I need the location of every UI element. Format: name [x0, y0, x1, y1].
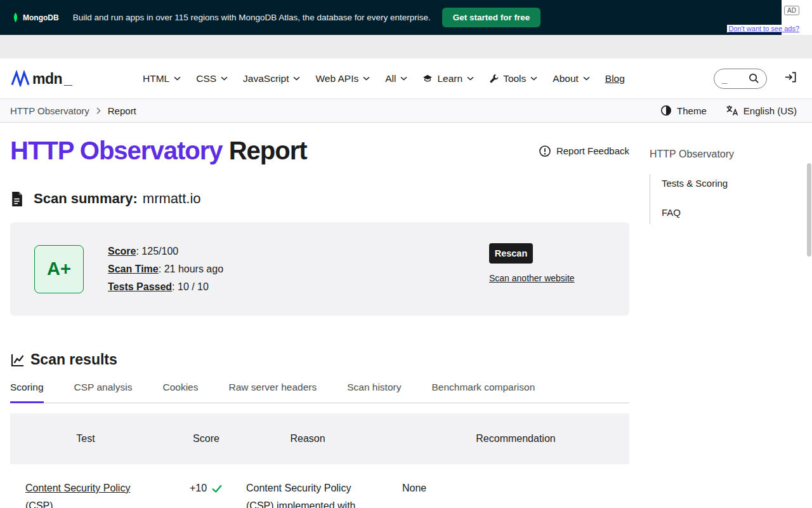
cell-recommendation: None	[387, 479, 629, 497]
page-title-accent: HTTP Observatory	[10, 137, 223, 164]
top-spacer-band	[0, 35, 812, 58]
stat-score: Score: 125/100	[108, 243, 223, 260]
main-nav: HTML CSS JavaScript Web APIs All Learn T…	[143, 73, 625, 84]
scan-actions: Rescan Scan another website	[489, 243, 575, 283]
nav-label: JavaScript	[243, 73, 289, 84]
nav-label: Tools	[503, 73, 526, 84]
toc-title: HTTP Observatory	[650, 149, 799, 160]
chevron-down-icon	[363, 76, 370, 81]
col-header-test: Test	[10, 433, 171, 444]
feedback-label: Report Feedback	[556, 145, 629, 156]
nav-label: Blog	[605, 73, 625, 84]
mdn-logo-text: mdn	[32, 70, 62, 87]
scan-results-heading: Scan results	[10, 351, 629, 368]
tab-benchmark-comparison[interactable]: Benchmark comparison	[431, 382, 535, 403]
theme-icon	[660, 105, 672, 116]
nav-item-about[interactable]: About	[553, 73, 590, 84]
tab-raw-server-headers[interactable]: Raw server headers	[228, 382, 317, 403]
stat-tests-passed-label[interactable]: Tests Passed	[108, 281, 172, 292]
ad-cta-button[interactable]: Get started for free	[442, 8, 541, 27]
nav-label: About	[553, 73, 579, 84]
stat-scan-time-value: 21 hours ago	[164, 264, 223, 274]
scan-host: mrmatt.io	[143, 190, 201, 207]
nav-item-learn[interactable]: Learn	[422, 73, 474, 84]
nav-item-all[interactable]: All	[385, 73, 407, 84]
chevron-down-icon	[174, 76, 181, 81]
cell-score: +10	[171, 479, 241, 497]
stat-tests-passed-value: 10 / 10	[178, 281, 209, 292]
stat-scan-time-label[interactable]: Scan Time	[108, 264, 159, 274]
scan-results-label: Scan results	[30, 351, 117, 368]
chart-icon	[10, 352, 25, 368]
search-icon[interactable]	[748, 72, 760, 84]
nav-item-blog[interactable]: Blog	[605, 73, 625, 84]
scan-another-link[interactable]: Scan another website	[489, 273, 575, 283]
theme-label: Theme	[677, 105, 707, 116]
chevron-down-icon	[221, 76, 228, 81]
breadcrumb-parent-link[interactable]: HTTP Observatory	[10, 105, 89, 116]
theme-button[interactable]: Theme	[660, 105, 707, 116]
page-toolbar: Theme English (US)	[660, 104, 797, 117]
nav-item-tools[interactable]: Tools	[489, 73, 537, 84]
language-icon	[726, 104, 738, 117]
chevron-down-icon	[583, 76, 590, 81]
rescan-button[interactable]: Rescan	[489, 243, 533, 264]
chevron-down-icon	[400, 76, 407, 81]
nav-label: CSS	[196, 73, 216, 84]
language-label: English (US)	[743, 105, 797, 116]
scan-stats: Score: 125/100 Scan Time: 21 hours ago T…	[108, 243, 223, 296]
page-title-rest: Report	[229, 137, 307, 164]
grade-badge: A+	[34, 245, 84, 293]
cell-reason: Content Security Policy (CSP) implemente…	[241, 479, 387, 508]
nav-label: Learn	[437, 73, 462, 84]
results-tabs: Scoring CSP analysis Cookies Raw server …	[10, 382, 629, 403]
stat-score-label[interactable]: Score	[108, 246, 136, 257]
header-right	[714, 69, 798, 89]
tab-csp-analysis[interactable]: CSP analysis	[74, 382, 133, 403]
breadcrumb-bar: HTTP Observatory Report Theme English (U…	[0, 98, 812, 123]
tab-scan-history[interactable]: Scan history	[347, 382, 401, 403]
login-icon	[783, 70, 798, 84]
mongodb-ad-banner[interactable]: MongoDB Build and run apps in over 115 r…	[0, 0, 782, 35]
chevron-right-icon	[96, 107, 101, 114]
document-icon	[10, 191, 23, 207]
breadcrumb-current: Report	[108, 105, 136, 116]
language-button[interactable]: English (US)	[726, 104, 797, 117]
nav-label: HTML	[143, 73, 169, 84]
mongodb-leaf-icon	[11, 12, 20, 23]
main-content: HTTP Observatory Report Report Feedback …	[10, 123, 629, 508]
tab-scoring[interactable]: Scoring	[10, 382, 44, 403]
page-title: HTTP Observatory Report	[10, 137, 307, 165]
report-feedback-button[interactable]: Report Feedback	[539, 145, 629, 157]
scan-summary-heading: Scan summary: mrmatt.io	[10, 190, 629, 207]
mongodb-brand-text: MongoDB	[23, 13, 59, 22]
learn-icon	[422, 74, 433, 83]
nav-item-web-apis[interactable]: Web APIs	[315, 73, 370, 84]
search-field[interactable]	[722, 73, 747, 84]
nav-label: Web APIs	[315, 73, 358, 84]
nav-item-css[interactable]: CSS	[196, 73, 228, 84]
mdn-logo[interactable]: mdn _	[10, 70, 72, 87]
toc-item-tests-scoring[interactable]: Tests & Scoring	[662, 178, 799, 189]
table-row: Content Security Policy (CSP) +10 Conten…	[10, 464, 629, 508]
mdn-m-icon	[10, 70, 30, 87]
tab-cookies[interactable]: Cookies	[162, 382, 198, 403]
cell-test: Content Security Policy (CSP)	[10, 479, 171, 508]
mdn-logo-cursor: _	[64, 70, 72, 87]
toc-list: Tests & Scoring FAQ	[650, 174, 799, 224]
col-header-score: Score	[171, 433, 241, 444]
score-value: +10	[190, 479, 207, 497]
test-link[interactable]: Content Security Policy (CSP)	[25, 483, 130, 508]
nav-item-javascript[interactable]: JavaScript	[243, 73, 300, 84]
search-input[interactable]	[714, 69, 767, 89]
feedback-alert-icon	[539, 145, 551, 157]
stat-score-value: 125/100	[141, 246, 178, 257]
scrollbar-thumb[interactable]	[807, 163, 811, 257]
nav-item-html[interactable]: HTML	[143, 73, 181, 84]
ad-region: MongoDB Build and run apps in over 115 r…	[0, 0, 812, 35]
toc-item-faq[interactable]: FAQ	[662, 207, 799, 218]
scoring-table: Test Score Reason Recommendation Content…	[10, 413, 629, 508]
login-button[interactable]	[783, 70, 798, 87]
ad-optout-link[interactable]: Don't want to see ads?	[727, 25, 801, 32]
chevron-down-icon	[467, 76, 474, 81]
